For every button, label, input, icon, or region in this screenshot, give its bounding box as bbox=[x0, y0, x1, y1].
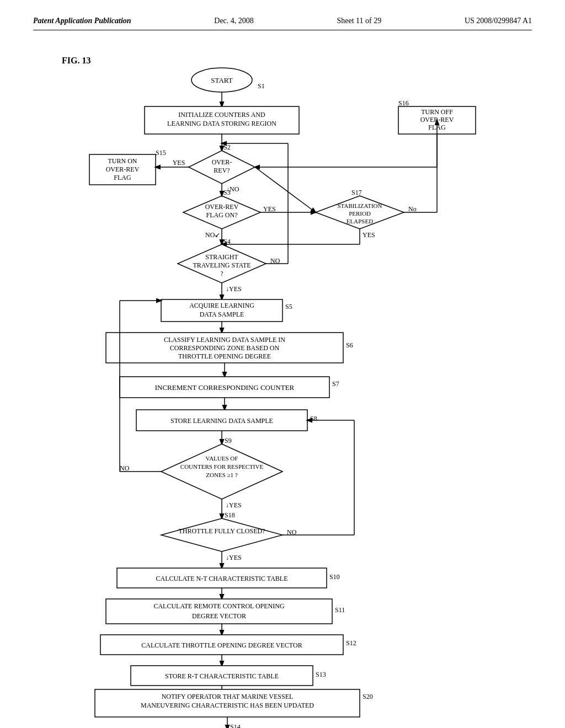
s5-text2: DATA SAMPLE bbox=[200, 311, 244, 318]
start-label: START bbox=[211, 76, 232, 84]
s4-text1: STRAIGHT bbox=[205, 253, 238, 261]
s7-label: S7 bbox=[332, 380, 339, 388]
s18-yes-label: ↓YES bbox=[226, 554, 242, 561]
s13-label: S13 bbox=[316, 671, 326, 678]
s20-text1: NOTIFY OPERATOR THAT MARINE VESSEL bbox=[162, 693, 294, 700]
s11-text1: CALCULATE REMOTE CONTROL OPENING bbox=[153, 602, 285, 610]
s9-text2: COUNTERS FOR RESPECTIVE bbox=[180, 463, 264, 470]
s6-text3: THROTTLE OPENING DEGREE bbox=[178, 352, 271, 360]
s15-text2: OVER-REV bbox=[106, 165, 140, 173]
s9-no-label: NO bbox=[120, 464, 130, 472]
s10-label: S10 bbox=[329, 573, 340, 581]
s2-text2: REV? bbox=[214, 167, 230, 174]
s18-label: S18 bbox=[225, 511, 235, 519]
s13-text: STORE R-T CHARACTERISTIC TABLE bbox=[165, 672, 279, 680]
flowchart-svg-lower: NOTIFY OPERATOR THAT MARINE VESSEL MANEU… bbox=[34, 687, 531, 728]
s17-text1: STABILIZATION bbox=[338, 202, 382, 209]
s15-label-pos: S15 bbox=[156, 149, 166, 157]
s9-text3: ZONES ≥1 ? bbox=[206, 472, 237, 478]
s11-text2: DEGREE VECTOR bbox=[192, 612, 246, 620]
s17-yes-label: YES bbox=[363, 231, 375, 239]
s7-text: INCREMENT CORRESPONDING COUNTER bbox=[155, 383, 295, 392]
s4-yes-label: ↓YES bbox=[226, 285, 242, 293]
s6-label: S6 bbox=[346, 341, 353, 349]
s20-label: S20 bbox=[363, 693, 373, 700]
s1-text1: INITIALIZE COUNTERS AND bbox=[178, 111, 265, 119]
s14-label: S14 bbox=[230, 723, 241, 728]
page: Patent Application Publication Dec. 4, 2… bbox=[0, 0, 565, 728]
s16-text1: TURN OFF bbox=[421, 108, 453, 116]
s11-label: S11 bbox=[335, 606, 345, 614]
s3-no-label: NO↙ bbox=[205, 231, 220, 239]
s8-label: S8 bbox=[310, 415, 317, 422]
s18-diamond bbox=[161, 518, 282, 552]
s3-text1: OVER-REV bbox=[205, 203, 239, 211]
s8-text: STORE LEARNING DATA SAMPLE bbox=[170, 417, 273, 425]
s3-yes-label: YES bbox=[263, 205, 276, 213]
flowchart-svg: FIG. 13 START S1 INITIALIZE COUNTERS AND… bbox=[34, 47, 531, 698]
s20-text2: MANEUVERING CHARACTERISTIC HAS BEEN UPDA… bbox=[141, 702, 314, 709]
s4-label: S4 bbox=[223, 238, 231, 245]
s17-no-label: No bbox=[408, 205, 417, 213]
s10-text: CALCULATE N-T CHARACTERISTIC TABLE bbox=[156, 575, 288, 582]
flowchart-area: FIG. 13 START S1 INITIALIZE COUNTERS AND… bbox=[33, 47, 532, 728]
s2-yes-label: YES bbox=[173, 159, 185, 167]
figure-label: FIG. 13 bbox=[62, 56, 90, 65]
s16-label: S16 bbox=[398, 99, 409, 107]
s4-text2: TRAVELING STATE bbox=[193, 261, 250, 269]
s17-text2: PERIOD bbox=[349, 210, 371, 217]
s3-label: S3 bbox=[223, 189, 231, 196]
s6-text1: CLASSIFY LEARNING DATA SAMPLE IN bbox=[164, 336, 285, 344]
sheet-info: Sheet 11 of 29 bbox=[337, 17, 381, 25]
s9-label: S9 bbox=[225, 437, 232, 445]
page-header: Patent Application Publication Dec. 4, 2… bbox=[33, 17, 532, 30]
s17-text3: ELAPSED bbox=[347, 218, 373, 224]
s15-text3: FLAG bbox=[114, 174, 131, 181]
s17-label: S17 bbox=[351, 189, 362, 196]
s15-text1: TURN ON bbox=[108, 157, 137, 165]
s3-text2: FLAG ON? bbox=[206, 211, 238, 219]
s5-text1: ACQUIRE LEARNING bbox=[189, 302, 254, 309]
s2-label: S2 bbox=[223, 143, 231, 151]
s18-text1: THROTTLE FULLY CLOSED? bbox=[178, 527, 265, 535]
s6-text2: CORRESPONDING ZONE BASED ON bbox=[170, 344, 280, 352]
s5-label: S5 bbox=[285, 303, 292, 311]
s9-yes-label: ↓YES bbox=[226, 501, 242, 509]
publication-date: Dec. 4, 2008 bbox=[214, 17, 254, 25]
patent-number: US 2008/0299847 A1 bbox=[465, 17, 532, 25]
s2-text1: OVER- bbox=[212, 158, 232, 166]
s9-text1: VALUES OF bbox=[206, 455, 238, 462]
s4-text3: ? bbox=[220, 270, 223, 277]
s1-text2: LEARNING DATA STORING REGION bbox=[167, 120, 276, 127]
s1-label: S1 bbox=[258, 82, 265, 90]
s12-label: S12 bbox=[346, 639, 356, 647]
s12-text: CALCULATE THROTTLE OPENING DEGREE VECTOR bbox=[141, 641, 302, 649]
publication-label: Patent Application Publication bbox=[33, 17, 131, 25]
